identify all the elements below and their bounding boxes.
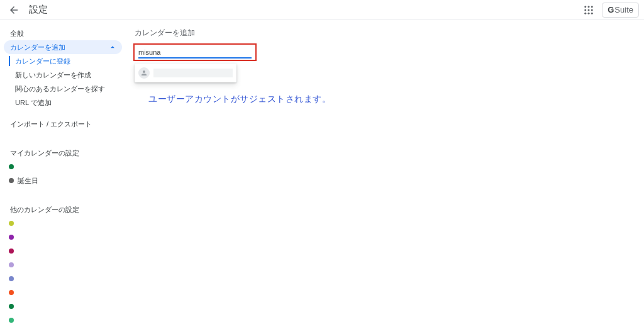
svg-point-3 [584, 9, 586, 11]
add-calendar-input-highlight [133, 43, 257, 61]
sidebar-calendar-item[interactable]: 誕生日 [4, 174, 122, 187]
calendar-color-dot [9, 178, 14, 183]
svg-point-2 [591, 6, 593, 8]
sidebar-item-create-new[interactable]: 新しいカレンダーを作成 [4, 68, 122, 82]
svg-point-4 [588, 9, 590, 11]
sidebar-item-browse-interest[interactable]: 関心のあるカレンダーを探す [4, 82, 122, 96]
sidebar-calendar-item[interactable] [4, 272, 122, 286]
chevron-up-icon [108, 43, 117, 53]
svg-point-5 [591, 9, 593, 11]
sidebar-heading-label: 他のカレンダーの設定 [10, 205, 79, 215]
page-title: 設定 [29, 4, 48, 16]
gsuite-prefix: G [608, 5, 614, 14]
app-header: 設定 G Suite [0, 0, 644, 20]
sidebar-calendar-item[interactable] [4, 313, 122, 324]
calendar-color-dot [9, 262, 14, 267]
calendar-color-dot [9, 304, 14, 309]
section-heading: カレンダーを追加 [135, 28, 331, 38]
svg-point-1 [588, 6, 590, 8]
sidebar-calendar-item[interactable] [4, 258, 122, 272]
sidebar-item-add-calendar[interactable]: カレンダーを追加 [4, 40, 122, 54]
sidebar-item-label: カレンダーを追加 [10, 43, 65, 52]
calendar-color-dot [9, 164, 14, 169]
sidebar-calendar-item[interactable] [4, 230, 122, 244]
svg-point-7 [588, 12, 590, 14]
calendar-color-dot [9, 318, 14, 323]
sidebar-item-label: 全般 [10, 29, 24, 38]
svg-point-8 [591, 12, 593, 14]
gsuite-suffix: Suite [614, 5, 633, 14]
svg-point-0 [584, 6, 586, 8]
calendar-color-dot [9, 221, 14, 226]
sidebar-item-label: URL で追加 [15, 98, 52, 108]
calendar-color-dot [9, 235, 14, 240]
gsuite-button[interactable]: G Suite [602, 3, 639, 18]
person-icon [138, 67, 150, 79]
sidebar-calendar-item[interactable] [4, 216, 122, 230]
sidebar-item-label: 新しいカレンダーを作成 [15, 70, 91, 80]
settings-sidebar: 全般 カレンダーを追加 カレンダーに登録 新しいカレンダーを作成 関心のあるカレ… [0, 20, 126, 324]
sidebar-item-label: 関心のあるカレンダーを探す [15, 84, 105, 94]
calendar-color-dot [9, 290, 14, 295]
sidebar-heading-other-calendars: 他のカレンダーの設定 [4, 203, 122, 216]
sidebar-item-subscribe[interactable]: カレンダーに登録 [4, 54, 122, 68]
user-suggestion-card[interactable] [135, 64, 236, 82]
back-arrow-icon[interactable] [8, 4, 20, 16]
calendar-color-dot [9, 249, 14, 254]
suggestion-placeholder [153, 69, 233, 77]
svg-point-6 [584, 12, 586, 14]
sidebar-item-label: カレンダーに登録 [15, 57, 70, 66]
sidebar-calendar-item[interactable] [4, 299, 122, 313]
annotation-text: ユーザーアカウントがサジェストされます。 [148, 94, 331, 105]
calendar-color-dot [9, 276, 14, 281]
sidebar-calendar-item[interactable] [4, 286, 122, 299]
add-calendar-input[interactable] [138, 48, 252, 59]
sidebar-calendar-item[interactable] [4, 244, 122, 258]
sidebar-item-by-url[interactable]: URL で追加 [4, 96, 122, 109]
sidebar-heading-my-calendars: マイカレンダーの設定 [4, 146, 122, 160]
sidebar-heading-label: マイカレンダーの設定 [10, 148, 79, 158]
sidebar-item-general[interactable]: 全般 [4, 26, 122, 40]
sidebar-item-label: 誕生日 [18, 176, 38, 186]
main-area: 全般 カレンダーを追加 カレンダーに登録 新しいカレンダーを作成 関心のあるカレ… [0, 20, 644, 324]
sidebar-item-import-export[interactable]: インポート / エクスポート [4, 117, 122, 131]
content-area: カレンダーを追加 ユーザーアカウントがサジェストされます。 [126, 20, 331, 324]
sidebar-calendar-item[interactable] [4, 160, 122, 174]
apps-grid-icon[interactable] [582, 3, 596, 17]
sidebar-item-label: インポート / エクスポート [10, 120, 92, 129]
